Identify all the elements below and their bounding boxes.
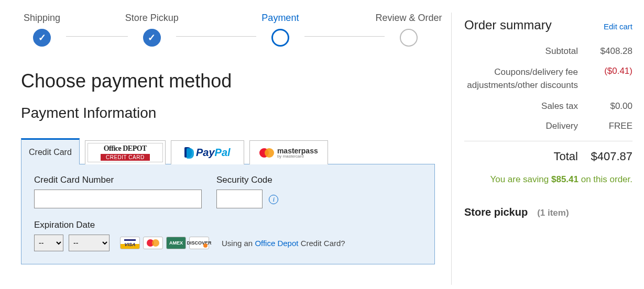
credit-card-panel: Credit Card Number Security Code i Expir… <box>21 164 435 264</box>
tax-value: $0.00 <box>591 101 632 112</box>
delivery-label: Delivery <box>464 121 591 131</box>
summary-row-subtotal: Subtotal $408.28 <box>464 46 632 57</box>
check-icon: ✓ <box>148 32 156 43</box>
summary-row-tax: Sales tax $0.00 <box>464 101 632 112</box>
total-value: $407.87 <box>591 150 632 163</box>
mastercard-icon <box>143 237 163 249</box>
od-logo-line1: Office DEPOT <box>104 144 147 153</box>
payment-tabs: Credit Card Office DEPOT CREDIT CARD Pay… <box>21 138 435 164</box>
using-od-card-prompt: Using an Office Depot Credit Card? <box>222 239 345 248</box>
field-security-code: Security Code i <box>216 175 278 208</box>
store-pickup-count: (1 item) <box>537 208 569 218</box>
security-code-label: Security Code <box>216 175 278 185</box>
savings-message: You are saving $85.41 on this order. <box>464 173 632 186</box>
office-depot-card-link[interactable]: Office Depot <box>255 239 298 248</box>
expiration-label: Expiration Date <box>34 220 422 230</box>
section-title: Payment Information <box>21 105 435 121</box>
step-payment[interactable]: Payment <box>254 13 307 47</box>
accepted-cards: VISA AMEX DISCOVER <box>120 237 209 249</box>
step-review-order: Review & Order <box>383 13 435 47</box>
savings-amount: $85.41 <box>551 174 578 184</box>
step-circle: ✓ <box>143 29 161 47</box>
subtotal-value: $408.28 <box>591 46 632 57</box>
step-circle <box>400 29 418 47</box>
discover-icon: DISCOVER <box>189 237 209 249</box>
tab-label: Credit Card <box>29 148 72 157</box>
step-connector <box>304 36 385 37</box>
step-shipping[interactable]: Shipping ✓ <box>16 13 68 47</box>
masterpass-text: masterpass by mastercard <box>277 147 318 159</box>
expiration-month-select[interactable]: -- <box>34 235 63 251</box>
step-label: Shipping <box>24 13 60 24</box>
paypal-text: PayPal <box>196 147 231 159</box>
tab-paypal[interactable]: PayPal <box>171 140 244 164</box>
order-summary-title: Order summary <box>464 18 552 32</box>
edit-cart-link[interactable]: Edit cart <box>604 22 632 31</box>
store-pickup-label: Store pickup <box>464 206 528 218</box>
tab-credit-card[interactable]: Credit Card <box>21 138 80 164</box>
mastercard-circles-icon <box>259 148 274 158</box>
delivery-value: FREE <box>591 121 632 131</box>
cc-number-input[interactable] <box>34 190 202 208</box>
subtotal-label: Subtotal <box>464 46 591 57</box>
total-label: Total <box>464 150 591 163</box>
check-icon: ✓ <box>38 32 46 43</box>
paypal-logo: PayPal <box>184 147 231 159</box>
cc-number-label: Credit Card Number <box>34 175 202 185</box>
od-logo-line2: CREDIT CARD <box>101 154 150 161</box>
step-connector <box>66 36 128 37</box>
order-summary-sidebar: Order summary Edit cart Subtotal $408.28… <box>451 13 635 285</box>
visa-icon: VISA <box>120 237 140 249</box>
main-column: Shipping ✓ Store Pickup ✓ Payment Review… <box>21 13 435 264</box>
step-label: Payment <box>261 13 299 24</box>
discount-label: Coupons/delivery fee adjustments/other d… <box>464 66 591 92</box>
office-depot-logo: Office DEPOT CREDIT CARD <box>88 143 163 162</box>
summary-row-delivery: Delivery FREE <box>464 121 632 131</box>
step-store-pickup[interactable]: Store Pickup ✓ <box>126 13 178 47</box>
field-cc-number: Credit Card Number <box>34 175 202 208</box>
security-code-input[interactable] <box>216 190 263 208</box>
discount-value: ($0.41) <box>591 66 632 76</box>
checkout-stepper: Shipping ✓ Store Pickup ✓ Payment Review… <box>21 13 435 54</box>
amex-icon: AMEX <box>166 237 186 249</box>
paypal-p-icon <box>184 147 194 159</box>
store-pickup-section: Store pickup (1 item) <box>464 206 632 218</box>
tax-label: Sales tax <box>464 101 591 112</box>
summary-row-discounts: Coupons/delivery fee adjustments/other d… <box>464 66 632 92</box>
tab-masterpass[interactable]: masterpass by mastercard <box>249 140 328 164</box>
step-connector <box>176 36 256 37</box>
step-label: Store Pickup <box>125 13 179 24</box>
summary-row-total: Total $407.87 <box>464 150 632 163</box>
summary-divider <box>464 141 632 141</box>
step-circle: ✓ <box>33 29 51 47</box>
field-expiration: Expiration Date -- -- VISA AMEX DISCOVER… <box>34 220 422 251</box>
tab-office-depot-card[interactable]: Office DEPOT CREDIT CARD <box>85 140 166 164</box>
step-circle <box>271 29 289 47</box>
page-title: Choose payment method <box>21 70 435 92</box>
step-label: Review & Order <box>375 13 442 24</box>
masterpass-logo: masterpass by mastercard <box>259 147 318 159</box>
info-icon[interactable]: i <box>269 195 278 204</box>
expiration-year-select[interactable]: -- <box>69 235 110 251</box>
